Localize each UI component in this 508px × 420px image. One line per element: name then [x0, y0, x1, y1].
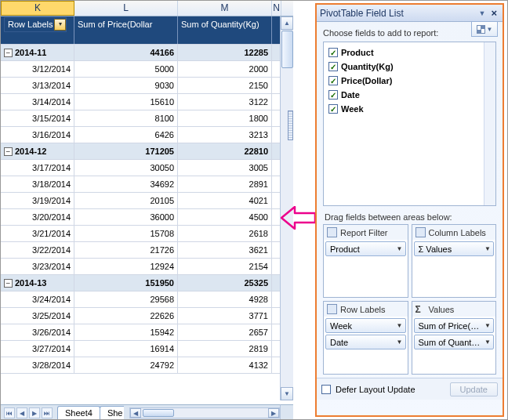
column-header-l[interactable]: L	[74, 1, 178, 16]
tab-next-icon[interactable]: ▶	[29, 407, 40, 418]
field-item[interactable]: Week	[327, 102, 492, 116]
column-header-m[interactable]: M	[178, 1, 272, 16]
pivot-data-row[interactable]: 3/12/201450002000	[1, 61, 293, 78]
pivot-data-row[interactable]: 3/23/2014129242154	[1, 259, 293, 275]
field-list-prompt: Choose fields to add to report:	[323, 28, 496, 38]
pivot-data-row[interactable]: 3/27/2014169142819	[1, 341, 293, 357]
pivot-data-row[interactable]: 3/14/2014156103122	[1, 94, 293, 110]
callout-arrow-icon	[281, 206, 315, 230]
tab-prev-icon[interactable]: ◀	[16, 407, 27, 418]
chevron-down-icon[interactable]: ▼	[484, 245, 491, 252]
horizontal-scrollbar[interactable]: ◀ ▶	[129, 407, 280, 418]
chevron-down-icon[interactable]: ▼	[484, 339, 491, 346]
scroll-corner	[280, 404, 293, 420]
area-field-pill[interactable]: Σ Values▼	[414, 241, 495, 256]
area-report-filter[interactable]: Report Filter Product▼	[323, 224, 408, 298]
field-item[interactable]: Quantity(Kg)	[327, 60, 492, 74]
defer-update-checkbox[interactable]	[321, 385, 331, 394]
field-checkbox[interactable]	[328, 48, 338, 57]
field-item[interactable]: Date	[327, 88, 492, 102]
split-handle[interactable]	[288, 110, 293, 140]
hscroll-thumb[interactable]	[143, 409, 174, 417]
pivot-data-row[interactable]: 3/28/2014247924132	[1, 357, 293, 374]
scroll-thumb[interactable]	[281, 31, 293, 68]
pivot-data-row[interactable]: 3/15/201481001800	[1, 110, 293, 127]
field-list-titlebar[interactable]: PivotTable Field List ▼ ×	[317, 5, 503, 22]
pivot-data-row[interactable]: 3/24/2014295684928	[1, 291, 293, 308]
collapse-icon[interactable]: −	[4, 279, 13, 288]
field-list-close-icon[interactable]: ×	[488, 7, 499, 19]
columns-icon	[415, 227, 426, 237]
row-labels-dropdown-icon[interactable]	[54, 19, 66, 31]
column-header-row: K L M N	[1, 1, 293, 16]
pivot-data-row[interactable]: 3/22/2014217263621	[1, 242, 293, 259]
funnel-icon	[327, 227, 337, 237]
sheet-tab-active[interactable]: Sheet4	[57, 406, 100, 420]
tab-first-icon[interactable]: ⏮	[4, 407, 15, 418]
pivot-data-row[interactable]: 3/25/2014226263771	[1, 308, 293, 324]
chevron-down-icon: ▼	[487, 26, 493, 33]
chevron-down-icon[interactable]: ▼	[484, 322, 491, 329]
area-row-labels[interactable]: Row Labels Week▼Date▼	[323, 301, 408, 375]
field-checkbox[interactable]	[328, 90, 338, 100]
area-field-pill[interactable]: Week▼	[325, 318, 406, 333]
area-column-labels[interactable]: Column Labels Σ Values▼	[412, 224, 497, 298]
column-header-n[interactable]: N	[272, 1, 281, 16]
field-list-menu-icon[interactable]: ▼	[478, 9, 485, 17]
area-field-pill[interactable]: Sum of Price(…▼	[414, 318, 495, 333]
collapse-icon[interactable]: −	[4, 49, 13, 57]
sheet-tab-next[interactable]: She	[100, 406, 125, 420]
field-list-layout-button[interactable]: ▼	[471, 21, 498, 37]
drag-areas-label: Drag fields between areas below:	[325, 212, 496, 222]
sheet-tab-bar: ⏮ ◀ ▶ ⏭ Sheet4 She ◀ ▶	[1, 404, 280, 420]
pivot-header-row: Row Labels Sum of Price(Dollar Sum of Qu…	[1, 16, 293, 45]
pivot-field-list-panel: PivotTable Field List ▼ × Choose fields …	[315, 3, 504, 417]
field-checkbox[interactable]	[328, 104, 338, 114]
defer-update-label: Defer Layout Update	[336, 385, 415, 394]
field-list-title: PivotTable Field List	[320, 8, 404, 19]
update-button[interactable]: Update	[450, 382, 498, 396]
pivot-group-row[interactable]: −2014-1315195025325	[1, 275, 293, 291]
scroll-up-button[interactable]: ▲	[281, 16, 293, 30]
collapse-icon[interactable]: −	[4, 147, 13, 156]
field-item[interactable]: Price(Dollar)	[327, 74, 492, 88]
area-values[interactable]: ΣValues Sum of Price(…▼Sum of Quant…▼	[412, 301, 497, 375]
field-box-scrollbar[interactable]	[484, 42, 495, 205]
drop-areas-grid: Report Filter Product▼ Column Labels Σ V…	[323, 224, 496, 375]
pivot-group-row[interactable]: −2014-114416612285	[1, 45, 293, 61]
pivot-data-row[interactable]: 3/26/2014159422657	[1, 324, 293, 341]
pivot-data-row[interactable]: 3/13/201490302150	[1, 78, 293, 94]
hscroll-right-button[interactable]: ▶	[268, 408, 279, 418]
pivot-data-row[interactable]: 3/18/2014346922891	[1, 176, 293, 193]
sum-price-header[interactable]: Sum of Price(Dollar	[74, 16, 178, 44]
tab-last-icon[interactable]: ⏭	[42, 407, 53, 418]
pivot-group-row[interactable]: −2014-1217120522810	[1, 143, 293, 160]
field-list-footer: Defer Layout Update Update	[317, 378, 503, 400]
chevron-down-icon[interactable]: ▼	[397, 245, 403, 252]
pivot-grid: Row Labels Sum of Price(Dollar Sum of Qu…	[1, 16, 293, 374]
scroll-down-button[interactable]: ▼	[281, 387, 293, 400]
layout-grid-icon	[477, 25, 485, 34]
pivot-data-row[interactable]: 3/20/2014360004500	[1, 209, 293, 226]
field-checkbox[interactable]	[328, 62, 338, 71]
sum-qty-header[interactable]: Sum of Quantity(Kg)	[178, 16, 272, 44]
pivot-data-row[interactable]: 3/16/201464263213	[1, 127, 293, 143]
area-field-pill[interactable]: Product▼	[325, 241, 406, 256]
area-field-pill[interactable]: Date▼	[325, 335, 406, 349]
pivot-data-row[interactable]: 3/17/2014300503005	[1, 160, 293, 176]
field-checkbox[interactable]	[328, 76, 338, 85]
column-header-k[interactable]: K	[1, 1, 74, 16]
chevron-down-icon[interactable]: ▼	[397, 339, 403, 346]
field-chooser-box[interactable]: ProductQuantity(Kg)Price(Dollar)DateWeek	[323, 42, 496, 206]
pivot-data-row[interactable]: 3/19/2014201054021	[1, 193, 293, 209]
rows-icon	[327, 304, 337, 314]
worksheet-area: K L M N Row Labels Sum of Price(Dollar S…	[1, 1, 293, 420]
sigma-icon: Σ	[415, 304, 426, 314]
pivot-data-row[interactable]: 3/21/2014157082618	[1, 226, 293, 242]
area-field-pill[interactable]: Sum of Quant…▼	[414, 335, 495, 349]
row-labels-header[interactable]: Row Labels	[4, 17, 67, 32]
tab-nav-buttons[interactable]: ⏮ ◀ ▶ ⏭	[4, 407, 53, 418]
field-item[interactable]: Product	[327, 45, 492, 60]
chevron-down-icon[interactable]: ▼	[397, 322, 403, 329]
hscroll-left-button[interactable]: ◀	[130, 408, 141, 418]
